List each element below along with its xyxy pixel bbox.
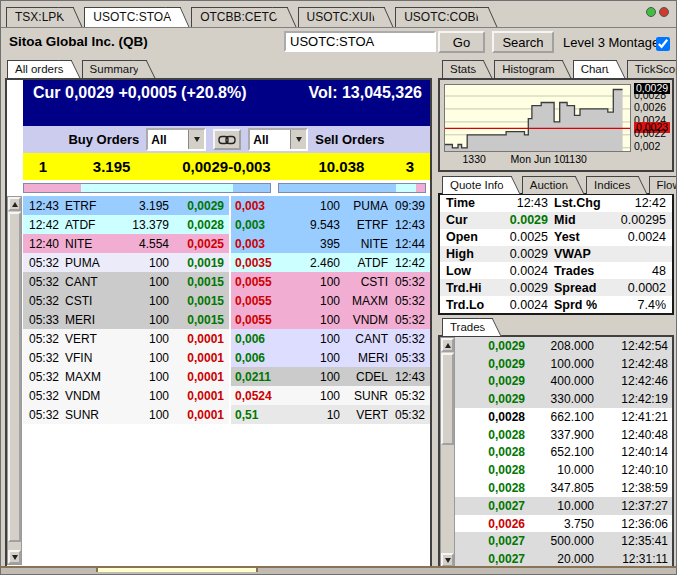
sell-filter-select[interactable]: All — [248, 128, 308, 151]
order-book-scrollbar[interactable] — [7, 196, 22, 565]
window-tab-usotc-xuii[interactable]: USOTC:XUII — [298, 7, 382, 27]
window-tab-tsx-lpk[interactable]: TSX:LPK — [6, 7, 70, 27]
trade-row[interactable]: 0,0028662.10012:41:21 — [455, 408, 672, 426]
trade-size: 10.000 — [525, 499, 594, 513]
tab-summary[interactable]: Summary — [82, 60, 144, 78]
inside-market-bar: 1 3.195 0,0029 -0,003 10.038 3 — [23, 153, 430, 180]
sell-order[interactable]: 0,0055100MAXM05:32 — [231, 291, 430, 310]
tab-trades[interactable]: Trades — [442, 318, 490, 336]
buy-order-count: 1 — [23, 158, 63, 175]
buy-order[interactable]: 12:42ATDF13.3790,0028 — [23, 215, 229, 234]
window-tab-usotc-cobi[interactable]: USOTC:COBI — [395, 7, 485, 27]
buy-size: 100 — [111, 389, 169, 403]
sell-size: 2.460 — [285, 256, 340, 270]
sell-order[interactable]: 0,006100MERI05:33 — [231, 348, 430, 367]
sell-mmid: CANT — [340, 332, 388, 346]
trade-price: 0,0028 — [455, 410, 525, 424]
window-tab-usotc-stoa[interactable]: USOTC:STOA — [84, 7, 177, 27]
tab-tickscope[interactable]: TickScope — [627, 60, 677, 78]
sell-order[interactable]: 0,0039.543ETRF12:43 — [231, 215, 430, 234]
sell-order[interactable]: 0,5110VERT05:32 — [231, 405, 430, 424]
trade-row[interactable]: 0,0028347.80512:38:59 — [455, 479, 672, 497]
buy-size: 100 — [111, 294, 169, 308]
trade-row[interactable]: 0,0029330.00012:42:19 — [455, 390, 672, 408]
trade-row[interactable]: 0,002710.00012:37:27 — [455, 497, 672, 515]
sell-order[interactable]: 0,006100CANT05:32 — [231, 329, 430, 348]
tab-indices[interactable]: Indices — [586, 176, 635, 194]
x-tick: 1130 — [564, 153, 587, 165]
buy-mmid: ATDF — [63, 218, 111, 232]
level3-montage-label: Level 3 Montage — [563, 35, 659, 50]
symbol-input[interactable] — [284, 31, 436, 52]
sell-order[interactable]: 0,0211100CDEL12:43 — [231, 367, 430, 386]
buy-order[interactable]: 05:32CANT1000,0015 — [23, 272, 229, 291]
scroll-down-button[interactable] — [8, 550, 21, 564]
quote-row: Open0.0025Yest0.0024 — [440, 229, 672, 246]
tab-stats[interactable]: Stats — [442, 60, 481, 78]
order-book-row: 12:40NITE4.5540,00250,003395NITE12:44 — [23, 234, 430, 253]
buy-filter-select[interactable]: All — [146, 128, 206, 151]
buy-time: 05:32 — [23, 275, 63, 289]
sell-order[interactable]: 0,00352.460ATDF12:42 — [231, 253, 430, 272]
trade-row[interactable]: 0,0029400.00012:42:46 — [455, 373, 672, 391]
dropdown-arrow-icon[interactable] — [290, 130, 306, 149]
window-tab-otcbb-cetc[interactable]: OTCBB:CETC — [191, 7, 283, 27]
link-orders-button[interactable] — [213, 129, 241, 150]
buy-price: 0,0019 — [169, 256, 229, 270]
tab-chart[interactable]: Chart — [573, 60, 614, 78]
sell-order[interactable]: 0,0055100VNDM05:32 — [231, 310, 430, 329]
level3-checkbox[interactable] — [656, 37, 670, 51]
buy-mmid: MERI — [63, 313, 111, 327]
buy-mmid: CANT — [63, 275, 111, 289]
buy-order[interactable]: 05:32CSTI1000,0015 — [23, 291, 229, 310]
sell-price: 0,003 — [231, 218, 285, 232]
trade-row[interactable]: 0,0029100.00012:42:48 — [455, 355, 672, 373]
sell-price: 0,51 — [231, 408, 285, 422]
quote-label: Cur — [446, 213, 494, 227]
chart-y-label: 0,0028 — [634, 90, 670, 101]
trade-row[interactable]: 0,0027500.00012:35:41 — [455, 532, 672, 550]
scroll-up-button[interactable] — [441, 338, 454, 352]
trade-price: 0,0029 — [455, 357, 525, 371]
trade-row[interactable]: 0,0028652.10012:40:14 — [455, 444, 672, 462]
trade-time: 12:42:54 — [594, 339, 672, 353]
trade-time: 12:37:27 — [594, 499, 672, 513]
tab-all-orders[interactable]: All orders — [7, 60, 69, 78]
sell-order[interactable]: 0,0524100SUNR05:32 — [231, 386, 430, 405]
trade-row[interactable]: 0,002810.00012:40:10 — [455, 461, 672, 479]
tab-quote-info[interactable]: Quote Info — [442, 176, 509, 194]
buy-order[interactable]: 05:32PUMA1000,0019 — [23, 253, 229, 272]
order-book-row: 05:32MAXM1000,00010,0211100CDEL12:43 — [23, 367, 430, 386]
trade-row[interactable]: 0,0028337.90012:40:48 — [455, 426, 672, 444]
scrollbar-thumb[interactable] — [441, 353, 454, 445]
buy-order[interactable]: 05:32SUNR1000,0001 — [23, 405, 229, 424]
sell-order[interactable]: 0,003100PUMA09:39 — [231, 196, 430, 215]
tab-histogram[interactable]: Histogram — [494, 60, 559, 78]
scroll-up-icon — [12, 202, 18, 207]
buy-order[interactable]: 05:33MERI1000,0015 — [23, 310, 229, 329]
dropdown-arrow-icon[interactable] — [188, 130, 204, 149]
chart-y-label: 0,002 — [634, 141, 670, 152]
search-button[interactable]: Search — [492, 31, 554, 53]
tab-auction[interactable]: Auction — [522, 176, 573, 194]
buy-order[interactable]: 12:40NITE4.5540,0025 — [23, 234, 229, 253]
scroll-up-button[interactable] — [8, 197, 21, 211]
sell-price: 0,003 — [231, 199, 285, 213]
buy-order[interactable]: 12:43ETRF3.1950,0029 — [23, 196, 229, 215]
trade-row[interactable]: 0,00263.75012:36:06 — [455, 515, 672, 533]
depth-segment — [233, 184, 270, 192]
x-tick: Mon Jun 10 — [511, 153, 566, 165]
trades-scrollbar[interactable] — [440, 337, 455, 568]
go-button[interactable]: Go — [438, 31, 485, 53]
scroll-down-button[interactable] — [441, 553, 454, 567]
sell-order[interactable]: 0,0055100CSTI05:32 — [231, 272, 430, 291]
buy-order[interactable]: 05:32VERT1000,0001 — [23, 329, 229, 348]
buy-price: 0,0028 — [169, 218, 229, 232]
buy-order[interactable]: 05:32VNDM1000,0001 — [23, 386, 229, 405]
buy-order[interactable]: 05:32VFIN1000,0001 — [23, 348, 229, 367]
trade-row[interactable]: 0,0029208.00012:42:54 — [455, 337, 672, 355]
tab-flow[interactable]: Flow — [649, 176, 677, 194]
buy-order[interactable]: 05:32MAXM1000,0001 — [23, 367, 229, 386]
scrollbar-thumb[interactable] — [8, 212, 21, 542]
sell-order[interactable]: 0,003395NITE12:44 — [231, 234, 430, 253]
